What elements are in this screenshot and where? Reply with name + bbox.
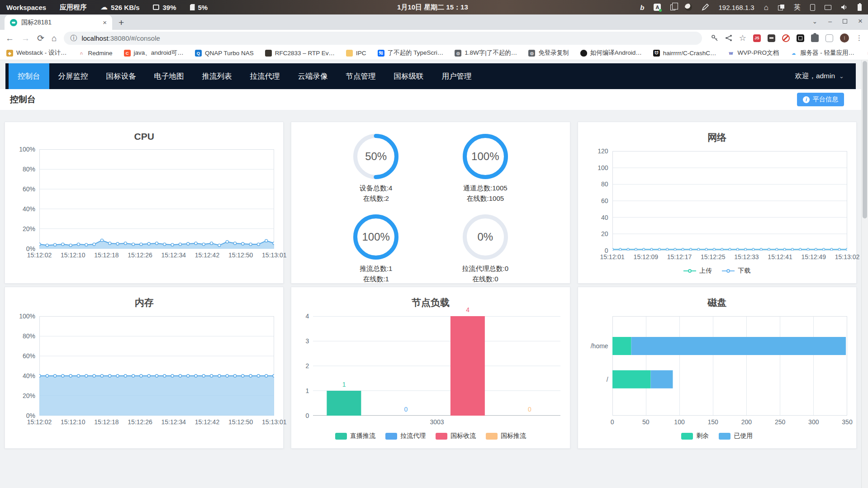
- page-scrollbar[interactable]: [861, 60, 868, 488]
- platform-info-button[interactable]: i 平台信息: [797, 93, 844, 106]
- nav-item-用户管理[interactable]: 用户管理: [433, 63, 481, 89]
- gauge-labels: 推流总数:1在线数:1: [360, 264, 393, 284]
- extension-js-icon[interactable]: JS: [753, 34, 761, 42]
- legend-item-已使用[interactable]: 已使用: [719, 432, 753, 440]
- nav-item-云端录像[interactable]: 云端录像: [289, 63, 337, 89]
- phone-tray-icon[interactable]: [810, 4, 815, 11]
- chart-plot: [612, 316, 847, 416]
- bookmark-item[interactable]: WWVP-PRO文档: [728, 49, 779, 57]
- clipboard-tray-icon[interactable]: [670, 5, 675, 10]
- browser-home-button[interactable]: ⌂: [52, 34, 57, 43]
- window-close-button[interactable]: ×: [858, 17, 863, 26]
- legend-item-剩余[interactable]: 剩余: [681, 432, 709, 440]
- x-tick-label: 15:12:09: [634, 253, 659, 261]
- legend-item-直播推流[interactable]: 直播推流: [335, 432, 375, 440]
- chevron-down-icon: ⌄: [839, 73, 844, 80]
- y-tick-label: 40: [601, 214, 608, 221]
- legend-item-拉流代理[interactable]: 拉流代理: [385, 432, 426, 440]
- tab-close-icon[interactable]: ×: [101, 19, 109, 26]
- profile-avatar[interactable]: I: [840, 33, 849, 43]
- bookmark-star-icon[interactable]: ☆: [739, 34, 746, 42]
- windows-tray-icon[interactable]: [778, 5, 784, 10]
- extension-light-icon[interactable]: [825, 34, 833, 42]
- chart-canvas: [39, 149, 274, 249]
- legend-swatch: [681, 433, 693, 440]
- bing-tray-icon[interactable]: b: [640, 4, 644, 11]
- back-button[interactable]: ←: [5, 34, 14, 43]
- forward-button[interactable]: →: [21, 34, 30, 43]
- ip-address[interactable]: 192.168.1.3: [718, 4, 754, 11]
- bookmark-item[interactable]: ◍1.8W字|了不起的…: [455, 49, 517, 57]
- main-nav: 控制台分屏监控国标设备电子地图推流列表拉流代理云端录像节点管理国标级联用户管理 …: [5, 63, 856, 89]
- workspaces-button[interactable]: Workspaces: [6, 4, 46, 11]
- bookmarks-bar: ◆Webstack - 设计…∩RedmineCjava、android可…QQ…: [0, 46, 868, 60]
- browser-menu-icon[interactable]: ⋮: [856, 34, 863, 42]
- nav-item-电子地图[interactable]: 电子地图: [145, 63, 193, 89]
- home-tray-icon[interactable]: ⌂: [764, 4, 768, 11]
- user-menu[interactable]: 欢迎，admin ⌄: [795, 71, 856, 81]
- site-info-icon[interactable]: ⓘ: [70, 34, 77, 43]
- cpu-panel: CPU100%80%60%40%20%0%15:12:0215:12:1015:…: [5, 122, 284, 284]
- bookmark-item[interactable]: 如何编译Android…: [580, 49, 642, 57]
- bookmark-item[interactable]: 知了不起的 TypeScri…: [378, 49, 444, 57]
- extension-dark-icon[interactable]: [768, 34, 775, 42]
- nav-item-国标级联[interactable]: 国标级联: [385, 63, 433, 89]
- applications-button[interactable]: 应用程序: [60, 3, 87, 12]
- gauge-total-label: 设备总数:4: [360, 183, 393, 194]
- share-icon[interactable]: [725, 34, 732, 42]
- extension-frame-icon[interactable]: [797, 34, 804, 42]
- bookmark-item[interactable]: QQNAP Turbo NAS: [195, 50, 254, 57]
- nav-item-分屏监控[interactable]: 分屏监控: [49, 63, 97, 89]
- y-tick-label: 100%: [19, 313, 35, 320]
- tab-search-icon[interactable]: ⌄: [812, 18, 818, 25]
- nav-item-节点管理[interactable]: 节点管理: [337, 63, 385, 89]
- reload-button[interactable]: ⟳: [37, 34, 44, 43]
- chart-plot: [39, 316, 274, 416]
- bookmark-item[interactable]: IPC: [346, 50, 366, 57]
- nav-item-推流列表[interactable]: 推流列表: [193, 63, 241, 89]
- gauge-labels: 设备总数:4在线数:2: [360, 183, 393, 204]
- nav-item-拉流代理[interactable]: 拉流代理: [241, 63, 289, 89]
- input-method-indicator[interactable]: 英: [794, 3, 801, 12]
- nav-item-控制台[interactable]: 控制台: [9, 63, 49, 89]
- app-tray-icon[interactable]: [685, 4, 692, 11]
- pen-tray-icon[interactable]: [702, 4, 709, 11]
- scrollbar-thumb[interactable]: [863, 61, 867, 218]
- volume-icon[interactable]: [841, 4, 848, 10]
- window-minimize-button[interactable]: –: [828, 18, 832, 25]
- network-speed-indicator: ☁ 526 KB/s: [100, 4, 139, 11]
- bookmark-item[interactable]: ◆Webstack - 设计…: [6, 49, 67, 57]
- address-bar[interactable]: ⓘ localhost:38080/#/console: [64, 32, 702, 45]
- nav-item-国标设备[interactable]: 国标设备: [97, 63, 145, 89]
- gauge: 0%拉流代理总数:0在线数:0: [431, 213, 540, 284]
- bookmark-label: 1.8W字|了不起的…: [465, 49, 517, 57]
- tab-title: 国标28181: [21, 19, 97, 27]
- browser-tab[interactable]: 国标28181 ×: [5, 15, 112, 30]
- display-tray-icon[interactable]: [825, 5, 831, 10]
- gauge-total-label: 推流总数:1: [360, 264, 393, 274]
- legend-item-下载[interactable]: 下载: [722, 267, 750, 275]
- extensions-puzzle-icon[interactable]: [811, 34, 819, 42]
- legend-item-上传[interactable]: 上传: [683, 267, 712, 275]
- bookmark-item[interactable]: NHDAtmos :: 种子 *…: [866, 49, 868, 57]
- bookmark-item[interactable]: ◍免登录复制: [528, 49, 569, 57]
- globe-icon: ◍: [455, 50, 461, 57]
- bookmark-item[interactable]: RFC2833 – RTP Ev…: [265, 50, 335, 57]
- legend-item-国标收流[interactable]: 国标收流: [436, 432, 476, 440]
- new-tab-button[interactable]: +: [112, 17, 130, 30]
- gauge-percent: 100%: [462, 133, 509, 180]
- bookmark-item[interactable]: ☁服务器 - 轻量应用…: [790, 49, 854, 57]
- y-tick-label: 20%: [23, 225, 35, 232]
- password-key-icon[interactable]: [711, 34, 718, 42]
- window-maximize-button[interactable]: [843, 19, 847, 24]
- bookmark-item[interactable]: ᗢhairrrrr/C-CrashC…: [653, 50, 716, 57]
- chart-plot: 1040: [313, 316, 560, 416]
- bookmark-item[interactable]: ∩Redmine: [78, 50, 113, 57]
- node-load-panel: 节点负载4321010403003直播推流拉流代理国标收流国标推流: [291, 287, 570, 449]
- adblock-extension-icon[interactable]: [782, 34, 790, 42]
- ocr-tool-tray-icon[interactable]: A: [654, 4, 661, 11]
- chart-title: CPU: [14, 131, 274, 142]
- legend-item-国标推流[interactable]: 国标推流: [486, 432, 526, 440]
- bookmark-item[interactable]: Cjava、android可…: [124, 49, 184, 57]
- clock[interactable]: 1月10日 星期二 15：13: [397, 3, 468, 12]
